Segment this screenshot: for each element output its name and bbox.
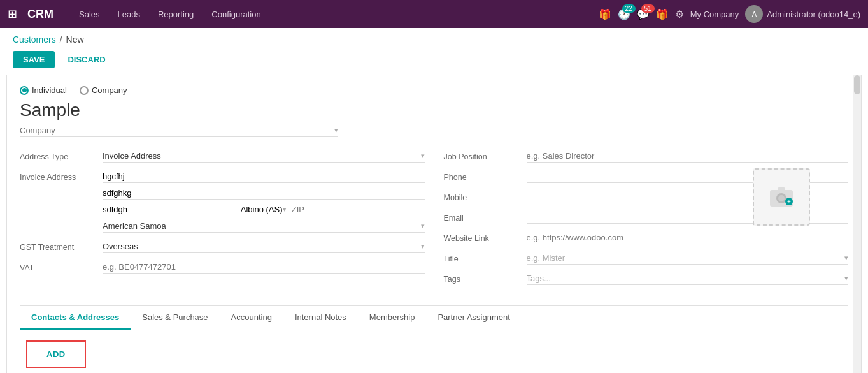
website-value xyxy=(527,231,849,244)
gst-label: GST Treatment xyxy=(20,240,103,252)
individual-radio-circle xyxy=(20,86,29,95)
add-button[interactable]: ADD xyxy=(26,340,86,368)
calendar-badge: 22 xyxy=(622,4,636,13)
vat-value xyxy=(103,261,425,274)
gst-row: GST Treatment Overseas ▾ xyxy=(20,240,425,253)
city-state-row: Albino (AS) ▾ xyxy=(103,203,425,216)
individual-radio-dot xyxy=(22,88,27,92)
nav-right-icons: 🎁 🕐 22 💬 51 🎁 ⚙ My Company A Administrat… xyxy=(599,5,860,23)
website-label: Website Link xyxy=(444,231,527,243)
tab-membership[interactable]: Membership xyxy=(358,306,427,330)
address-type-row: Address Type Invoice Address ▾ xyxy=(20,150,425,163)
tab-accounting[interactable]: Accounting xyxy=(220,306,283,330)
invoice-address-value: Albino (AS) ▾ American Samoa xyxy=(103,170,425,233)
tags-row: Tags Tags... ▾ xyxy=(444,272,849,285)
address-type-value: Invoice Address ▾ xyxy=(103,150,425,163)
company-radio-circle xyxy=(80,86,89,95)
gst-value: Overseas ▾ xyxy=(103,240,425,253)
job-position-input[interactable] xyxy=(527,150,849,163)
invoice-line2-input[interactable] xyxy=(103,187,425,199)
company-chevron-icon: ▾ xyxy=(334,126,338,135)
individual-label: Individual xyxy=(32,85,67,95)
form-inner: Individual Company ▾ xyxy=(7,75,861,373)
invoice-line1-field xyxy=(103,170,425,183)
tab-sales[interactable]: Sales & Purchase xyxy=(131,306,219,330)
calendar-icon[interactable]: 🕐 22 xyxy=(618,8,630,20)
state-dropdown[interactable]: Albino (AS) xyxy=(241,203,283,216)
scrollbar-track[interactable] xyxy=(853,75,861,373)
invoice-address-label: Invoice Address xyxy=(20,170,103,182)
company-name[interactable]: My Company xyxy=(690,10,739,19)
chat-badge: 51 xyxy=(641,4,655,13)
company-radio[interactable]: Company xyxy=(80,85,127,95)
tab-contacts[interactable]: Contacts & Addresses xyxy=(20,306,131,330)
breadcrumb-separator: / xyxy=(60,34,62,45)
title-dropdown[interactable]: e.g. Mister xyxy=(527,252,845,264)
gst-select[interactable]: Overseas ▾ xyxy=(103,240,425,253)
job-position-value xyxy=(527,150,849,163)
settings-icon[interactable]: ⚙ xyxy=(675,8,684,20)
top-navigation: ⊞ CRM Sales Leads Reporting Configuratio… xyxy=(0,0,868,28)
invoice-line2-field xyxy=(103,187,425,200)
avatar: A xyxy=(745,5,763,23)
breadcrumb-current: New xyxy=(66,34,84,45)
svg-rect-3 xyxy=(778,187,785,191)
nav-reporting[interactable]: Reporting xyxy=(150,6,201,23)
website-input[interactable] xyxy=(527,231,849,244)
tags-value: Tags... ▾ xyxy=(527,272,849,285)
scrollbar-thumb[interactable] xyxy=(854,75,860,94)
gst-chevron-icon: ▾ xyxy=(421,242,425,251)
vat-label: VAT xyxy=(20,261,103,272)
brand-name[interactable]: CRM xyxy=(27,8,53,21)
tab-partner-assignment[interactable]: Partner Assignment xyxy=(426,306,521,330)
save-button[interactable]: SAVE xyxy=(13,51,55,68)
city-input[interactable] xyxy=(103,203,236,216)
breadcrumb-parent[interactable]: Customers xyxy=(13,34,56,45)
tabs-bar: Contacts & Addresses Sales & Purchase Ac… xyxy=(20,306,848,330)
country-select-wrap[interactable]: American Samoa ▾ xyxy=(103,220,425,233)
nav-sales[interactable]: Sales xyxy=(71,6,108,23)
email-label: Email xyxy=(444,211,527,223)
vat-input[interactable] xyxy=(103,261,425,274)
customer-type-row: Individual Company xyxy=(20,85,848,95)
tab-internal-notes[interactable]: Internal Notes xyxy=(283,306,358,330)
svg-point-2 xyxy=(778,195,785,201)
address-type-select[interactable]: Invoice Address ▾ xyxy=(103,150,425,163)
title-row: Title e.g. Mister ▾ xyxy=(444,252,849,265)
tags-dropdown[interactable]: Tags... xyxy=(527,272,845,284)
tags-chevron-icon: ▾ xyxy=(844,274,848,282)
gift2-icon[interactable]: 🎁 xyxy=(656,8,669,20)
customer-name-input[interactable] xyxy=(20,100,593,121)
title-value: e.g. Mister ▾ xyxy=(527,252,849,265)
photo-upload[interactable]: + xyxy=(753,168,810,226)
title-select[interactable]: e.g. Mister ▾ xyxy=(527,252,849,265)
user-name: Administrator (odoo14_e) xyxy=(767,10,860,19)
nav-configuration[interactable]: Configuration xyxy=(204,6,268,23)
chat-icon[interactable]: 💬 51 xyxy=(637,8,650,20)
discard-button[interactable]: DISCARD xyxy=(60,51,113,68)
address-type-label: Address Type xyxy=(20,150,103,161)
tab-contacts-content: ADD xyxy=(20,330,848,373)
left-column: Address Type Invoice Address ▾ xyxy=(20,150,425,293)
form-area: Individual Company ▾ xyxy=(6,75,862,373)
apps-icon[interactable]: ⊞ xyxy=(8,7,17,21)
address-type-dropdown[interactable]: Invoice Address xyxy=(103,150,421,162)
company-input[interactable] xyxy=(20,126,334,135)
zip-input[interactable] xyxy=(292,203,425,216)
company-field: ▾ xyxy=(20,126,338,137)
individual-radio[interactable]: Individual xyxy=(20,85,67,95)
title-label: Title xyxy=(444,252,527,263)
gst-dropdown[interactable]: Overseas xyxy=(103,240,421,252)
nav-links: Sales Leads Reporting Configuration xyxy=(71,6,594,23)
tags-select[interactable]: Tags... ▾ xyxy=(527,272,849,285)
invoice-line1-input[interactable] xyxy=(103,170,425,182)
user-menu[interactable]: A Administrator (odoo14_e) xyxy=(745,5,860,23)
country-dropdown[interactable]: American Samoa xyxy=(103,220,421,232)
invoice-address-row: Invoice Address xyxy=(20,170,425,233)
gift-icon[interactable]: 🎁 xyxy=(599,8,611,20)
vat-row: VAT xyxy=(20,261,425,274)
nav-leads[interactable]: Leads xyxy=(110,6,148,23)
camera-icon: + xyxy=(769,185,794,210)
country-chevron-icon: ▾ xyxy=(421,222,425,230)
name-section: ▾ xyxy=(20,100,848,150)
